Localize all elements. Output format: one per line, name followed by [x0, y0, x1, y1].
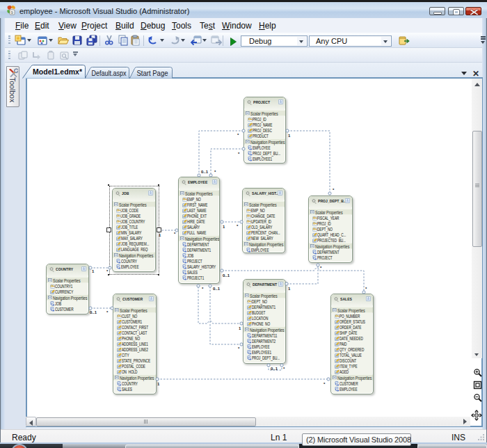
svg-text:Start Page: Start Page — [137, 69, 168, 77]
svg-text:Default.aspx: Default.aspx — [92, 69, 127, 77]
svg-text:Model1.edmx*: Model1.edmx* — [33, 67, 83, 76]
